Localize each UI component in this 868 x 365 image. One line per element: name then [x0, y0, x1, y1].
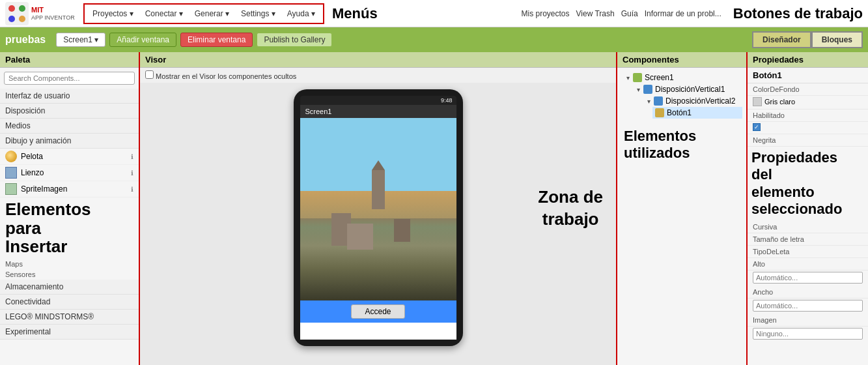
viewer-checkbox-label[interactable]: Mostrar en el Visor los componentes ocul… — [145, 72, 296, 80]
spriteimagen-icon — [5, 183, 17, 195]
publish-to-gallery-button[interactable]: Publish to Gallery — [257, 33, 332, 47]
prop-section-negrita: Negrita — [748, 134, 868, 147]
menu-ayuda[interactable]: Ayuda ▾ — [282, 8, 320, 20]
viewer-canvas: 9:48 Screen1 Accede — [140, 83, 616, 365]
building3 — [394, 219, 410, 242]
menus-label: Menús — [332, 5, 378, 22]
zone-label: Zona de trabajo — [538, 186, 603, 231]
prop-ancho-input[interactable] — [753, 300, 863, 312]
prop-imagen-input[interactable] — [753, 328, 863, 340]
comp-toggle-screen1[interactable]: ▾ — [624, 74, 632, 81]
remove-screen-button[interactable]: Eliminar ventana — [180, 33, 253, 47]
phone-accede-button[interactable]: Accede — [351, 304, 404, 319]
nav-mis-proyectos[interactable]: Mis proyectos — [522, 9, 570, 18]
viewer-panel: Visor Mostrar en el Visor los componente… — [140, 52, 617, 365]
view-toggle: Diseñador Bloques — [752, 31, 863, 48]
palette-section-dibujo[interactable]: Dibujo y animación — [0, 134, 139, 149]
palette-section-ui[interactable]: Interfaz de usuario — [0, 89, 139, 104]
svg-point-4 — [19, 16, 25, 22]
comp-disposicion-v2[interactable]: ▾ DisposiciónVertical2 — [642, 95, 742, 107]
logo-mit: MIT — [31, 6, 75, 14]
palette-panel: Paleta Interfaz de usuario Disposición M… — [0, 52, 140, 365]
palette-section-conectividad[interactable]: Conectividad — [0, 295, 139, 310]
palette-section-lego[interactable]: LEGO® MINDSTORMS® — [0, 310, 139, 325]
palette-title: Paleta — [0, 52, 139, 68]
habilitado-checkbox[interactable]: ✓ — [753, 123, 761, 131]
phone-bottom-bar: Accede — [300, 300, 456, 323]
palette-section-experimental[interactable]: Experimental — [0, 325, 139, 340]
palette-item-lienzo[interactable]: Lienzo ℹ — [0, 165, 139, 181]
screen-selector[interactable]: Screen1 ▾ — [56, 33, 105, 47]
properties-big-label: Propiedades del elemento seleccionado — [748, 147, 868, 221]
search-input[interactable] — [4, 72, 135, 85]
phone-screen: Screen1 Accede — [300, 105, 456, 340]
palette-section-sensores[interactable]: Sensores — [0, 269, 139, 280]
prop-section-ancho: Ancho — [748, 286, 868, 299]
designer-button[interactable]: Diseñador — [752, 31, 811, 48]
nav-view-trash[interactable]: View Trash — [576, 9, 615, 18]
menu-proyectos[interactable]: Proyectos ▾ — [87, 8, 139, 20]
prop-section-imagen: Imagen — [748, 314, 868, 327]
top-nav: MIT APP INVENTOR Proyectos ▾ Conectar ▾ … — [0, 0, 868, 27]
add-screen-button[interactable]: Añadir ventana — [109, 33, 176, 47]
comp-toggle-dv1[interactable]: ▾ — [634, 85, 642, 93]
prop-section-habilitado: Habilitado — [748, 110, 868, 122]
prop-alto-input[interactable] — [753, 272, 863, 284]
phone-frame: 9:48 Screen1 Accede — [294, 89, 463, 346]
prop-value-habilitado: ✓ — [748, 122, 868, 134]
show-hidden-checkbox[interactable] — [145, 70, 154, 79]
phone-status-bar: 9:48 — [300, 96, 456, 105]
phone-title-bar: Screen1 — [300, 105, 456, 118]
comp-boton1[interactable]: Botón1 — [652, 107, 742, 119]
svg-rect-0 — [5, 2, 29, 25]
top-right-nav: Mis proyectos View Trash Guía Informar d… — [522, 5, 863, 22]
prop-section-tipo: TipoDeLeta — [748, 246, 868, 258]
church-tower — [372, 170, 385, 209]
properties-panel: Propiedades Botón1 ColorDeFondo Gris cla… — [748, 52, 868, 365]
project-bar: pruebas Screen1 ▾ Añadir ventana Elimina… — [0, 27, 868, 52]
project-name: pruebas — [5, 34, 46, 46]
pelota-icon — [5, 151, 17, 162]
prop-value-color: Gris claro — [748, 96, 868, 110]
svg-point-2 — [19, 5, 25, 12]
menu-conectar[interactable]: Conectar ▾ — [140, 8, 188, 20]
palette-big-label: Elementos para Insertar — [0, 197, 139, 259]
viewer-options: Mostrar en el Visor los componentes ocul… — [140, 68, 616, 83]
logo-appinventor: APP INVENTOR — [31, 14, 75, 21]
comp-disposicion-v1[interactable]: ▾ DisposiciónVertical1 — [632, 83, 742, 95]
menu-bar: Proyectos ▾ Conectar ▾ Generar ▾ Setting… — [83, 3, 324, 24]
palette-section-disposicion[interactable]: Disposición — [0, 104, 139, 119]
palette-section-maps[interactable]: Maps — [0, 259, 139, 269]
dv2-icon — [654, 96, 663, 106]
blocks-button[interactable]: Bloques — [811, 31, 863, 48]
properties-content: ColorDeFondo Gris claro Habilitado ✓ Neg… — [748, 83, 868, 365]
comp-screen1[interactable]: ▾ Screen1 — [621, 72, 742, 83]
lienzo-icon — [5, 167, 17, 179]
menu-generar[interactable]: Generar ▾ — [189, 8, 234, 20]
phone-time: 9:48 — [441, 97, 453, 104]
palette-item-pelota[interactable]: Pelota ℹ — [0, 149, 139, 165]
prop-section-cursiva: Cursiva — [748, 221, 868, 233]
comp-tree: ▾ Screen1 ▾ DisposiciónVertical1 ▾ Dispo… — [617, 68, 746, 365]
menu-settings[interactable]: Settings ▾ — [236, 8, 281, 20]
comp-toggle-dv2[interactable]: ▾ — [645, 97, 652, 105]
main-content: Paleta Interfaz de usuario Disposición M… — [0, 52, 868, 365]
prop-section-alto: Alto — [748, 258, 868, 270]
nav-informar[interactable]: Informar de un probl... — [645, 9, 721, 18]
nav-guia[interactable]: Guía — [621, 9, 638, 18]
logo: MIT APP INVENTOR — [5, 2, 77, 25]
dv1-icon — [643, 85, 652, 94]
svg-point-3 — [8, 16, 15, 22]
palette-item-spriteimagen[interactable]: SpriteImagen ℹ — [0, 181, 139, 197]
color-swatch[interactable] — [753, 97, 762, 106]
palette-section-almacenamiento[interactable]: Almacenamiento — [0, 280, 139, 295]
components-big-label: Elementos utilizados — [621, 125, 742, 165]
logo-icon — [5, 2, 29, 25]
viewer-title: Visor — [140, 52, 616, 68]
screen1-icon — [633, 73, 642, 82]
svg-point-1 — [8, 5, 15, 12]
selected-component-name: Botón1 — [748, 68, 868, 83]
palette-section-medios[interactable]: Medios — [0, 119, 139, 134]
properties-title: Propiedades — [748, 52, 868, 68]
boton1-icon — [655, 108, 664, 117]
